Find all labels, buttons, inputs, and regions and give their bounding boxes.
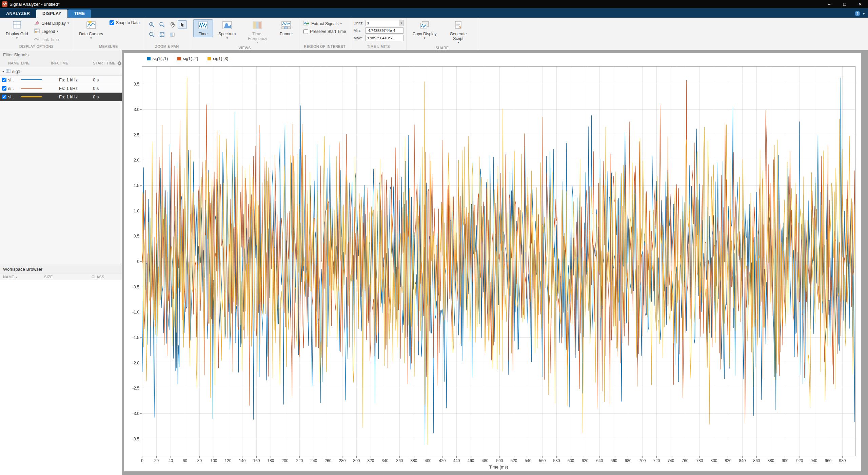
chevron-down-icon: ▾ <box>57 30 58 33</box>
signal-table-empty-area <box>0 101 122 265</box>
pointer-tool-button[interactable] <box>178 20 187 29</box>
extract-signals-icon <box>303 20 310 27</box>
help-button[interactable]: ? <box>855 11 860 16</box>
line-style-swatch <box>21 79 42 80</box>
data-cursors-icon <box>86 21 96 31</box>
signal-row[interactable]: si.. Fs: 1 kHz 0 s <box>0 93 122 101</box>
signal-visible-checkbox[interactable] <box>2 78 6 82</box>
ribbon-section-display-options: Display Grid ▾ Clear Display ▾ <box>0 18 73 50</box>
copy-display-button[interactable]: Copy Display ▾ <box>410 19 439 40</box>
extract-signals-button[interactable]: Extract Signals ▾ <box>302 20 347 27</box>
column-header-time: TIME <box>59 61 93 65</box>
zoom-out-button[interactable] <box>147 30 156 39</box>
signal-group-row[interactable]: ▾ sig1 <box>0 67 122 76</box>
legend-item[interactable]: sig1(:,1) <box>147 56 168 61</box>
signal-visible-checkbox[interactable] <box>2 95 6 99</box>
expand-collapse-icon[interactable]: ▾ <box>2 70 4 73</box>
signal-row[interactable]: si.. Fs: 1 kHz 0 s <box>0 84 122 93</box>
filter-signals-input[interactable]: Filter Signals <box>0 50 122 59</box>
tab-analyzer[interactable]: ANALYZER <box>0 10 36 18</box>
panner-icon <box>281 21 291 31</box>
maximize-button[interactable]: □ <box>837 0 852 8</box>
legend-item[interactable]: sig1(:,2) <box>177 56 198 61</box>
column-header-line: LINE <box>21 61 51 65</box>
ribbon-section-share: Copy Display ▾ Generate Script ▾ SHARE <box>407 18 478 50</box>
link-time-button[interactable]: Link Time <box>33 36 70 43</box>
workspace-browser-title: Workspace Browser <box>0 265 122 273</box>
time-plot-panel: sig1(:,1) sig1(:,2) sig1(:,3) <box>124 53 861 472</box>
max-input[interactable] <box>366 35 403 41</box>
signal-browser-panel: Filter Signals NAME LINE INFO TIME START… <box>0 50 122 475</box>
time-frequency-view-button[interactable]: Time-Frequency ▾ <box>241 19 274 45</box>
pan-hand-button[interactable] <box>167 20 177 29</box>
title-bar: Signal Analyzer - untitled* – □ ✕ <box>0 0 868 8</box>
legend-icon <box>34 28 40 34</box>
display-grid-button[interactable]: Display Grid ▾ <box>3 19 31 40</box>
min-label: Min: <box>353 28 363 33</box>
legend-label: sig1(:,1) <box>153 56 168 61</box>
min-input[interactable] <box>366 27 403 34</box>
snap-to-data-checkbox[interactable]: Snap to Data <box>108 20 141 25</box>
data-cursors-button[interactable]: Data Cursors ▾ <box>76 19 106 40</box>
panner-label: Panner <box>280 32 293 37</box>
clear-display-button[interactable]: Clear Display ▾ <box>33 20 70 26</box>
ribbon-section-time-limits: Units: s ▾ Min: Max: TIME LIMITS <box>350 18 407 50</box>
chevron-down-icon: ▾ <box>257 41 258 44</box>
minimize-ribbon-button[interactable]: ▾ <box>863 12 865 16</box>
display-area: sig1(:,1) sig1(:,2) sig1(:,3) <box>122 50 868 475</box>
signal-visible-checkbox[interactable] <box>2 86 6 91</box>
ribbon-section-measure: Data Cursors ▾ Snap to Data MEASURE <box>73 18 144 50</box>
units-dropdown[interactable]: s ▾ <box>366 20 403 26</box>
workspace-column-name-label: NAME <box>3 275 14 279</box>
units-value: s <box>367 21 369 25</box>
snap-to-data-input[interactable] <box>110 20 114 25</box>
legend-button[interactable]: Legend ▾ <box>33 28 70 35</box>
eraser-icon <box>34 20 40 26</box>
close-button[interactable]: ✕ <box>852 0 868 8</box>
legend-label: Legend <box>41 29 55 34</box>
minimize-button[interactable]: – <box>821 0 837 8</box>
display-grid-label: Display Grid <box>6 32 28 37</box>
legend-swatch <box>147 57 151 60</box>
time-view-button[interactable]: Time <box>193 19 213 37</box>
workspace-column-size: SIZE <box>44 275 92 279</box>
signal-table-header: NAME LINE INFO TIME START TIME <box>0 59 122 67</box>
section-label-zoom-pan: ZOOM & PAN <box>144 44 190 50</box>
generate-script-button[interactable]: Generate Script ▾ <box>442 19 475 45</box>
legend-label: sig1(:,2) <box>183 56 198 61</box>
tab-display[interactable]: DISPLAY <box>36 10 67 18</box>
section-label-display-options: DISPLAY OPTIONS <box>0 44 73 50</box>
chevron-down-icon: ▾ <box>400 22 402 25</box>
zoom-in-button[interactable] <box>147 20 156 29</box>
sort-ascending-icon: ▲ <box>15 276 18 279</box>
ribbon-section-views: Time Spectrum ▾ Time-Frequency ▾ <box>190 18 299 50</box>
layout-button[interactable] <box>167 30 177 39</box>
chevron-down-icon: ▾ <box>226 37 228 40</box>
fit-to-view-button[interactable] <box>157 30 166 39</box>
window-title: Signal Analyzer - untitled* <box>9 2 60 7</box>
spectrum-view-button[interactable]: Spectrum ▾ <box>216 19 238 40</box>
time-frequency-view-label: Time-Frequency <box>244 32 271 41</box>
zoom-x-button[interactable] <box>157 20 166 29</box>
signal-name: si.. <box>8 77 21 82</box>
snap-to-data-label: Snap to Data <box>116 20 140 25</box>
legend-swatch <box>208 57 211 60</box>
panner-button[interactable]: Panner <box>276 19 296 37</box>
workspace-column-class: CLASS <box>92 275 122 279</box>
signal-row[interactable]: si.. Fs: 1 kHz 0 s <box>0 76 122 84</box>
gear-icon <box>117 61 122 65</box>
preserve-start-time-input[interactable] <box>303 29 308 34</box>
section-label-measure: MEASURE <box>73 44 144 50</box>
data-cursors-label: Data Cursors <box>79 32 103 37</box>
extract-signals-label: Extract Signals <box>311 21 338 26</box>
tab-time[interactable]: TIME <box>68 10 91 18</box>
legend-item[interactable]: sig1(:,3) <box>208 56 228 61</box>
generate-script-label: Generate Script <box>445 32 472 41</box>
signal-name: si.. <box>8 94 21 99</box>
column-header-name: NAME <box>8 61 21 65</box>
max-label: Max: <box>353 36 363 40</box>
preserve-start-time-checkbox[interactable]: Preserve Start Time <box>302 29 347 34</box>
signal-plot-canvas[interactable] <box>124 64 861 471</box>
copy-display-icon <box>419 21 430 31</box>
ribbon-section-zoom-pan: ZOOM & PAN <box>144 18 190 50</box>
